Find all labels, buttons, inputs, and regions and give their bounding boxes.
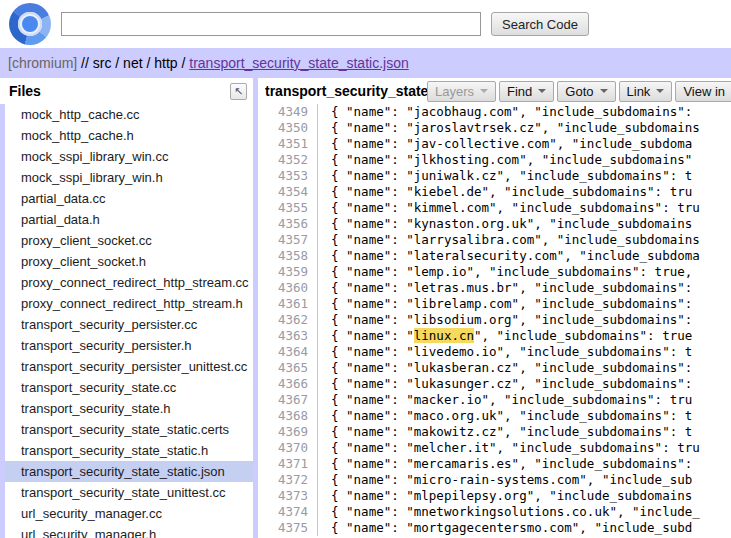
- code-text-segment: { "name": "mnetworkingsolutions.co.uk", …: [331, 504, 700, 519]
- file-item[interactable]: mock_sspi_library_win.cc: [5, 146, 253, 167]
- file-item[interactable]: transport_security_persister.h: [5, 335, 253, 356]
- line-number[interactable]: 4371: [258, 456, 318, 472]
- code-line: 4368{ "name": "maco.org.uk", "include_su…: [258, 408, 731, 424]
- collapse-panel-icon[interactable]: ↖: [230, 83, 247, 100]
- file-item[interactable]: partial_data.cc: [5, 188, 253, 209]
- code-text-segment: { "name": "kimmel.com", "include_subdoma…: [331, 200, 700, 215]
- chevron-down-icon: [480, 89, 488, 97]
- toolbar-button-goto[interactable]: Goto: [557, 81, 615, 102]
- file-item[interactable]: mock_http_cache.cc: [5, 104, 253, 125]
- code-text-segment: { "name": "maco.org.uk", "include_subdom…: [331, 408, 692, 423]
- file-item[interactable]: transport_security_state_static.json: [5, 461, 253, 482]
- code-line: 4361{ "name": "librelamp.com", "include_…: [258, 296, 731, 312]
- line-number[interactable]: 4360: [258, 280, 318, 296]
- line-number[interactable]: 4358: [258, 248, 318, 264]
- file-item[interactable]: transport_security_persister_unittest.cc: [5, 356, 253, 377]
- file-item[interactable]: partial_data.h: [5, 209, 253, 230]
- line-number[interactable]: 4368: [258, 408, 318, 424]
- line-number[interactable]: 4355: [258, 200, 318, 216]
- file-item[interactable]: mock_sspi_library_win.h: [5, 167, 253, 188]
- file-list: mock_http_cache.ccmock_http_cache.hmock_…: [0, 104, 253, 538]
- code-text: { "name": "jaroslavtrsek.cz", "include_s…: [318, 120, 700, 136]
- code-text-segment: { "name": "mortgagecentersmo.com", "incl…: [331, 520, 692, 535]
- line-number[interactable]: 4364: [258, 344, 318, 360]
- line-number[interactable]: 4350: [258, 120, 318, 136]
- code-line: 4371{ "name": "mercamaris.es", "include_…: [258, 456, 731, 472]
- line-number[interactable]: 4359: [258, 264, 318, 280]
- code-line: 4355{ "name": "kimmel.com", "include_sub…: [258, 200, 731, 216]
- content: Files ↖ mock_http_cache.ccmock_http_cach…: [0, 78, 731, 538]
- code-text-segment: { "name": "livedemo.io", "include_subdom…: [331, 344, 692, 359]
- line-number[interactable]: 4356: [258, 216, 318, 232]
- file-item[interactable]: proxy_client_socket.cc: [5, 230, 253, 251]
- code-text: { "name": "lukasberan.cz", "include_subd…: [318, 360, 692, 376]
- line-number[interactable]: 4374: [258, 504, 318, 520]
- toolbar-button-link[interactable]: Link: [619, 81, 673, 102]
- breadcrumb-file-link[interactable]: transport_security_state_static.json: [189, 55, 408, 71]
- file-item[interactable]: url_security_manager.h: [5, 524, 253, 538]
- file-item[interactable]: transport_security_state.cc: [5, 377, 253, 398]
- line-number[interactable]: 4375: [258, 520, 318, 536]
- file-item[interactable]: url_security_manager.cc: [5, 503, 253, 524]
- line-number[interactable]: 4354: [258, 184, 318, 200]
- code-line: 4359{ "name": "lemp.io", "include_subdom…: [258, 264, 731, 280]
- code-line: 4369{ "name": "makowitz.cz", "include_su…: [258, 424, 731, 440]
- line-number[interactable]: 4353: [258, 168, 318, 184]
- line-number[interactable]: 4357: [258, 232, 318, 248]
- code-text: { "name": "melcher.it", "include_subdoma…: [318, 440, 700, 456]
- line-number[interactable]: 4361: [258, 296, 318, 312]
- line-number[interactable]: 4367: [258, 392, 318, 408]
- code-area: 4349{ "name": "jacobhaug.com", "include_…: [258, 104, 731, 538]
- search-match-highlight: linux.cn: [414, 328, 474, 343]
- line-number[interactable]: 4373: [258, 488, 318, 504]
- top-bar: Search Code: [0, 0, 731, 48]
- file-item[interactable]: transport_security_persister.cc: [5, 314, 253, 335]
- search-input[interactable]: [61, 12, 481, 36]
- search-code-button[interactable]: Search Code: [491, 12, 589, 36]
- code-line: 4358{ "name": "lateralsecurity.com", "in…: [258, 248, 731, 264]
- code-text: { "name": "lemp.io", "include_subdomains…: [318, 264, 692, 280]
- code-line: 4352{ "name": "jlkhosting.com", "include…: [258, 152, 731, 168]
- line-number[interactable]: 4365: [258, 360, 318, 376]
- toolbar-button-view-in[interactable]: View in: [675, 81, 731, 102]
- code-line: 4364{ "name": "livedemo.io", "include_su…: [258, 344, 731, 360]
- breadcrumb-path: // src / net / http /: [77, 55, 189, 71]
- line-number[interactable]: 4370: [258, 440, 318, 456]
- code-line: 4374{ "name": "mnetworkingsolutions.co.u…: [258, 504, 731, 520]
- code-text: { "name": "micro-rain-systems.com", "inc…: [318, 472, 692, 488]
- chromium-logo-icon[interactable]: [9, 3, 51, 45]
- toolbar-button-layers: Layers: [427, 81, 496, 102]
- code-panel-header: transport_security_state_static.json Lay…: [258, 78, 731, 104]
- code-line: 4350{ "name": "jaroslavtrsek.cz", "inclu…: [258, 120, 731, 136]
- file-item[interactable]: transport_security_state_static.h: [5, 440, 253, 461]
- code-text-segment: { "name": "letras.mus.br", "include_subd…: [331, 280, 692, 295]
- line-number[interactable]: 4351: [258, 136, 318, 152]
- line-number[interactable]: 4362: [258, 312, 318, 328]
- file-item[interactable]: proxy_client_socket.h: [5, 251, 253, 272]
- line-number[interactable]: 4372: [258, 472, 318, 488]
- file-item[interactable]: proxy_connect_redirect_http_stream.h: [5, 293, 253, 314]
- file-item[interactable]: mock_http_cache.h: [5, 125, 253, 146]
- code-text: { "name": "larrysalibra.com", "include_s…: [318, 232, 700, 248]
- file-item[interactable]: transport_security_state_unittest.cc: [5, 482, 253, 503]
- code-line: 4354{ "name": "kiebel.de", "include_subd…: [258, 184, 731, 200]
- code-text: { "name": "kiebel.de", "include_subdomai…: [318, 184, 692, 200]
- files-sidebar: Files ↖ mock_http_cache.ccmock_http_cach…: [0, 78, 253, 538]
- file-item[interactable]: transport_security_state.h: [5, 398, 253, 419]
- line-number[interactable]: 4363: [258, 328, 318, 344]
- line-number[interactable]: 4349: [258, 104, 318, 120]
- code-text-segment: { "name": "makowitz.cz", "include_subdom…: [331, 424, 692, 439]
- file-item[interactable]: transport_security_state_static.certs: [5, 419, 253, 440]
- toolbar-button-find[interactable]: Find: [499, 81, 554, 102]
- code-text-segment: { "name": "larrysalibra.com", "include_s…: [331, 232, 700, 247]
- code-text-segment: { "name": "kiebel.de", "include_subdomai…: [331, 184, 692, 199]
- file-item[interactable]: proxy_connect_redirect_http_stream.cc: [5, 272, 253, 293]
- code-line: 4349{ "name": "jacobhaug.com", "include_…: [258, 104, 731, 120]
- code-text-segment: { "name": "mercamaris.es", "include_subd…: [331, 456, 692, 471]
- line-number[interactable]: 4369: [258, 424, 318, 440]
- chevron-down-icon: [600, 89, 608, 97]
- line-number[interactable]: 4352: [258, 152, 318, 168]
- code-text-segment: { "name": ": [331, 328, 414, 343]
- code-text: { "name": "mercamaris.es", "include_subd…: [318, 456, 692, 472]
- line-number[interactable]: 4366: [258, 376, 318, 392]
